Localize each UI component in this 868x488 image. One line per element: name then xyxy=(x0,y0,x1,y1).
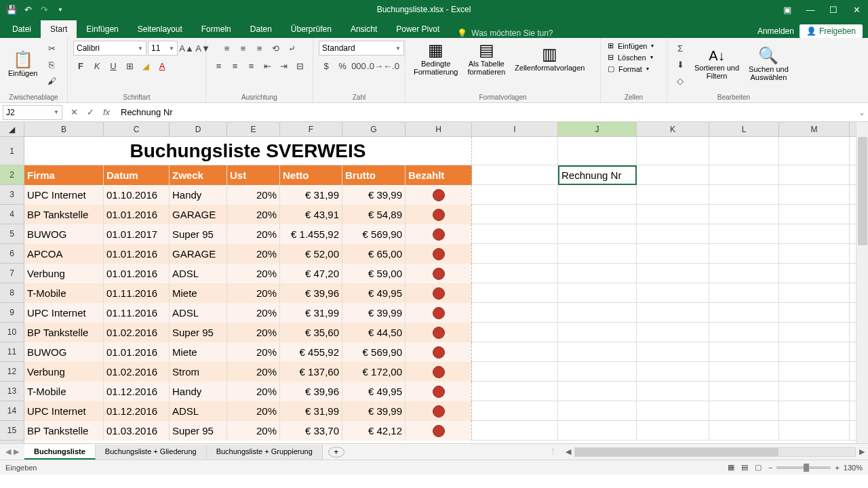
cell[interactable] xyxy=(709,382,779,401)
cell-bezahlt[interactable] xyxy=(406,342,472,362)
cell-brutto[interactable]: € 44,50 xyxy=(342,323,406,342)
tab-review[interactable]: Überprüfen xyxy=(281,20,341,38)
cell[interactable] xyxy=(472,137,558,165)
col-header-K[interactable]: K xyxy=(637,122,709,136)
autosum-icon[interactable]: Σ xyxy=(673,41,688,56)
cell-zweck[interactable]: ADSL xyxy=(170,303,227,323)
select-all-corner[interactable]: ◢ xyxy=(0,122,24,137)
cell-datum[interactable]: 01.11.2016 xyxy=(104,283,170,303)
col-header-F[interactable]: F xyxy=(280,122,342,136)
decrease-decimal-icon[interactable]: ←.0 xyxy=(384,58,399,73)
cell-netto[interactable]: € 47,20 xyxy=(280,264,342,283)
sheet-tab[interactable]: Buchungsliste + Gruppierung xyxy=(207,445,323,460)
align-middle-icon[interactable]: ≡ xyxy=(236,41,251,56)
cell-ust[interactable]: 20% xyxy=(227,185,280,205)
cell-firma[interactable]: BUWOG xyxy=(24,342,104,362)
cell-firma[interactable]: T-Mobile xyxy=(24,382,104,401)
tab-pagelayout[interactable]: Seitenlayout xyxy=(128,20,192,38)
delete-cells-button[interactable]: ⊟Löschen▾ xyxy=(606,52,654,62)
tab-formulas[interactable]: Formeln xyxy=(192,20,241,38)
cell[interactable] xyxy=(472,205,558,224)
col-header-D[interactable]: D xyxy=(170,122,227,136)
cell-netto[interactable]: € 33,70 xyxy=(280,421,342,441)
cell[interactable] xyxy=(558,205,637,224)
cell-ust[interactable]: 20% xyxy=(227,244,280,264)
ribbon-options-icon[interactable]: ▣ xyxy=(776,0,799,19)
table-header[interactable]: Bezahlt xyxy=(406,165,472,185)
row-header-1[interactable]: 1 xyxy=(0,137,24,165)
cell-firma[interactable]: T-Mobile xyxy=(24,283,104,303)
cell-ust[interactable]: 20% xyxy=(227,342,280,362)
font-name-select[interactable]: Calibri▼ xyxy=(73,41,146,56)
name-box[interactable]: J2▼ xyxy=(3,105,62,120)
maximize-icon[interactable]: ☐ xyxy=(822,0,845,19)
cell[interactable] xyxy=(558,137,637,165)
border-icon[interactable]: ⊞ xyxy=(122,58,137,73)
cell[interactable] xyxy=(472,382,558,401)
underline-icon[interactable]: U xyxy=(106,58,121,73)
cell[interactable] xyxy=(709,244,779,264)
cell[interactable] xyxy=(472,244,558,264)
cell[interactable] xyxy=(709,362,779,382)
col-header-C[interactable]: C xyxy=(104,122,170,136)
col-header-H[interactable]: H xyxy=(406,122,472,136)
cell[interactable] xyxy=(709,137,779,165)
undo-icon[interactable]: ↶ xyxy=(20,2,35,17)
tab-home[interactable]: Start xyxy=(41,20,77,38)
cell[interactable] xyxy=(558,185,637,205)
cell-bezahlt[interactable] xyxy=(406,401,472,421)
cell[interactable] xyxy=(779,303,850,323)
cell-ust[interactable]: 20% xyxy=(227,303,280,323)
cell[interactable] xyxy=(558,401,637,421)
cell-zweck[interactable]: Handy xyxy=(170,185,227,205)
cell-bezahlt[interactable] xyxy=(406,362,472,382)
col-header-L[interactable]: L xyxy=(709,122,779,136)
clear-icon[interactable]: ◇ xyxy=(673,73,688,88)
cell[interactable] xyxy=(472,283,558,303)
cell-firma[interactable]: Verbung xyxy=(24,264,104,283)
row-header-5[interactable]: 5 xyxy=(0,224,24,244)
signin-link[interactable]: Anmelden xyxy=(757,26,794,36)
cell-netto[interactable]: € 39,96 xyxy=(280,382,342,401)
cell-bezahlt[interactable] xyxy=(406,303,472,323)
cell-datum[interactable]: 01.01.2016 xyxy=(104,264,170,283)
cell[interactable] xyxy=(472,401,558,421)
cell-zweck[interactable]: ADSL xyxy=(170,264,227,283)
cell[interactable] xyxy=(558,421,637,441)
cell[interactable] xyxy=(779,165,850,185)
cancel-icon[interactable]: ✕ xyxy=(66,105,81,120)
row-header-10[interactable]: 10 xyxy=(0,323,24,342)
cell-brutto[interactable]: € 59,00 xyxy=(342,264,406,283)
sheet-tab[interactable]: Buchungsliste xyxy=(24,445,96,460)
row-header-11[interactable]: 11 xyxy=(0,342,24,362)
cell[interactable] xyxy=(472,421,558,441)
cell-zweck[interactable]: Super 95 xyxy=(170,421,227,441)
cell[interactable] xyxy=(558,382,637,401)
indent-increase-icon[interactable]: ⇥ xyxy=(277,58,292,73)
cell[interactable] xyxy=(709,342,779,362)
cell[interactable] xyxy=(637,283,709,303)
cell-firma[interactable]: APCOA xyxy=(24,244,104,264)
indent-decrease-icon[interactable]: ⇤ xyxy=(260,58,275,73)
cell-datum[interactable]: 01.03.2016 xyxy=(104,421,170,441)
minimize-icon[interactable]: — xyxy=(799,0,822,19)
cell-zweck[interactable]: Handy xyxy=(170,382,227,401)
cell[interactable] xyxy=(558,264,637,283)
currency-icon[interactable]: $ xyxy=(319,58,334,73)
cell[interactable] xyxy=(779,137,850,165)
cell-ust[interactable]: 20% xyxy=(227,205,280,224)
redo-icon[interactable]: ↷ xyxy=(37,2,52,17)
cell[interactable] xyxy=(709,421,779,441)
cell-firma[interactable]: UPC Internet xyxy=(24,185,104,205)
cell-zweck[interactable]: GARAGE xyxy=(170,205,227,224)
fx-icon[interactable]: fx xyxy=(99,105,114,120)
cell[interactable] xyxy=(637,244,709,264)
font-color-icon[interactable]: A xyxy=(155,58,170,73)
cell-ust[interactable]: 20% xyxy=(227,421,280,441)
cell[interactable] xyxy=(779,362,850,382)
zoom-level[interactable]: 130% xyxy=(844,464,863,472)
cell[interactable] xyxy=(779,205,850,224)
increase-font-icon[interactable]: A▲ xyxy=(179,41,194,56)
cell-ust[interactable]: 20% xyxy=(227,323,280,342)
formula-input[interactable] xyxy=(118,105,856,120)
